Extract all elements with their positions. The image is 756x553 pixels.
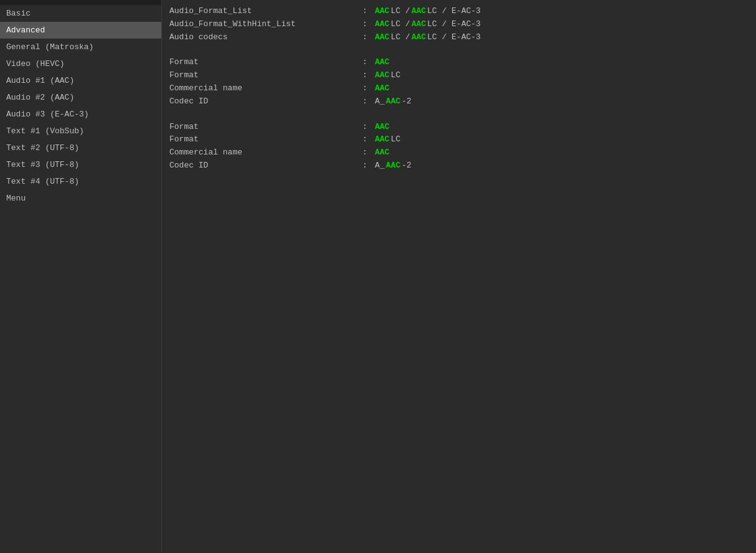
info-key: Commercial name <box>169 146 362 159</box>
info-block-1: Format:AACFormat:AAC LCCommercial name:A… <box>169 56 749 108</box>
info-colon: : <box>362 159 375 173</box>
info-key: Codec ID <box>169 159 362 173</box>
plain-value: -2 <box>402 95 412 108</box>
highlight-value: AAC <box>386 159 400 173</box>
info-row: Commercial name:AAC <box>169 82 749 95</box>
sidebar-item-audio3-eac3[interactable]: Audio #3 (E-AC-3) <box>0 106 161 123</box>
info-colon: : <box>362 5 375 18</box>
plain-value: LC <box>390 133 400 146</box>
sidebar-item-menu[interactable]: Menu <box>0 190 161 207</box>
highlight-value: AAC <box>375 31 389 44</box>
highlight-value: AAC <box>412 18 426 31</box>
info-key: Format <box>169 133 362 146</box>
info-colon: : <box>362 133 375 146</box>
info-colon: : <box>362 69 375 82</box>
info-colon: : <box>362 31 375 44</box>
sidebar-item-audio2-aac[interactable]: Audio #2 (AAC) <box>0 89 161 106</box>
info-value: AAC <box>375 56 389 69</box>
info-key: Format <box>169 69 362 82</box>
info-value: AAC <box>375 121 389 134</box>
highlight-value: AAC <box>412 5 426 18</box>
highlight-value: AAC <box>375 121 389 134</box>
sidebar: BasicAdvancedGeneral (Matroska)Video (HE… <box>0 0 162 553</box>
info-value: AAC LC / AAC LC / E-AC-3 <box>375 18 481 31</box>
highlight-value: AAC <box>375 56 389 69</box>
highlight-value: AAC <box>375 5 389 18</box>
highlight-value: AAC <box>412 31 426 44</box>
sidebar-item-text1-vobsub[interactable]: Text #1 (VobSub) <box>0 123 161 139</box>
sidebar-item-advanced[interactable]: Advanced <box>0 22 161 39</box>
info-row: Codec ID:A_AAC-2 <box>169 159 749 173</box>
info-key: Audio_Format_WithHint_List <box>169 18 362 31</box>
highlight-value: AAC <box>375 133 389 146</box>
info-colon: : <box>362 146 375 159</box>
info-colon: : <box>362 18 375 31</box>
info-block-2: Format:AACFormat:AAC LCCommercial name:A… <box>169 121 749 173</box>
info-row: Format:AAC <box>169 56 749 69</box>
info-value: A_AAC-2 <box>375 159 412 173</box>
plain-value: LC / E-AC-3 <box>427 31 481 44</box>
plain-value: A_ <box>375 95 385 108</box>
info-row: Format:AAC LC <box>169 69 749 82</box>
plain-value: LC / <box>390 31 410 44</box>
plain-value: A_ <box>375 159 385 173</box>
info-row: Audio_Format_List:AAC LC / AAC LC / E-AC… <box>169 5 749 18</box>
highlight-value: AAC <box>375 146 389 159</box>
info-value: AAC LC <box>375 133 400 146</box>
highlight-value: AAC <box>375 18 389 31</box>
plain-value: LC / <box>390 18 410 31</box>
block-separator <box>169 51 749 56</box>
info-key: Codec ID <box>169 95 362 108</box>
info-key: Format <box>169 56 362 69</box>
sidebar-item-text2-utf8[interactable]: Text #2 (UTF-8) <box>0 139 161 156</box>
info-value: AAC LC <box>375 69 400 82</box>
highlight-value: AAC <box>375 82 389 95</box>
info-row: Codec ID:A_AAC-2 <box>169 95 749 108</box>
plain-value: LC <box>390 69 400 82</box>
info-value: AAC <box>375 146 389 159</box>
info-colon: : <box>362 121 375 134</box>
highlight-value: AAC <box>386 95 400 108</box>
sidebar-item-general-matroska[interactable]: General (Matroska) <box>0 39 161 55</box>
sidebar-item-audio1-aac[interactable]: Audio #1 (AAC) <box>0 72 161 89</box>
plain-value: LC / E-AC-3 <box>427 5 481 18</box>
info-key: Commercial name <box>169 82 362 95</box>
info-row: Audio codecs:AAC LC / AAC LC / E-AC-3 <box>169 31 749 44</box>
sidebar-item-basic[interactable]: Basic <box>0 5 161 22</box>
sidebar-item-text4-utf8[interactable]: Text #4 (UTF-8) <box>0 173 161 190</box>
info-value: AAC LC / AAC LC / E-AC-3 <box>375 5 481 18</box>
plain-value: -2 <box>402 159 412 173</box>
search-box[interactable] <box>0 0 161 5</box>
sidebar-item-video-hevc[interactable]: Video (HEVC) <box>0 55 161 72</box>
info-row: Commercial name:AAC <box>169 146 749 159</box>
info-row: Audio_Format_WithHint_List:AAC LC / AAC … <box>169 18 749 31</box>
info-value: AAC LC / AAC LC / E-AC-3 <box>375 31 481 44</box>
info-colon: : <box>362 82 375 95</box>
info-value: AAC <box>375 82 389 95</box>
info-key: Format <box>169 121 362 134</box>
info-value: A_AAC-2 <box>375 95 412 108</box>
sidebar-item-text3-utf8[interactable]: Text #3 (UTF-8) <box>0 156 161 173</box>
info-row: Format:AAC LC <box>169 133 749 146</box>
info-row: Format:AAC <box>169 121 749 134</box>
block-separator <box>169 116 749 121</box>
info-block-0: Audio_Format_List:AAC LC / AAC LC / E-AC… <box>169 5 749 44</box>
highlight-value: AAC <box>375 69 389 82</box>
info-colon: : <box>362 56 375 69</box>
main-content: Audio_Format_List:AAC LC / AAC LC / E-AC… <box>162 0 756 553</box>
info-colon: : <box>362 95 375 108</box>
plain-value: LC / E-AC-3 <box>427 18 481 31</box>
plain-value: LC / <box>390 5 410 18</box>
info-key: Audio codecs <box>169 31 362 44</box>
info-key: Audio_Format_List <box>169 5 362 18</box>
